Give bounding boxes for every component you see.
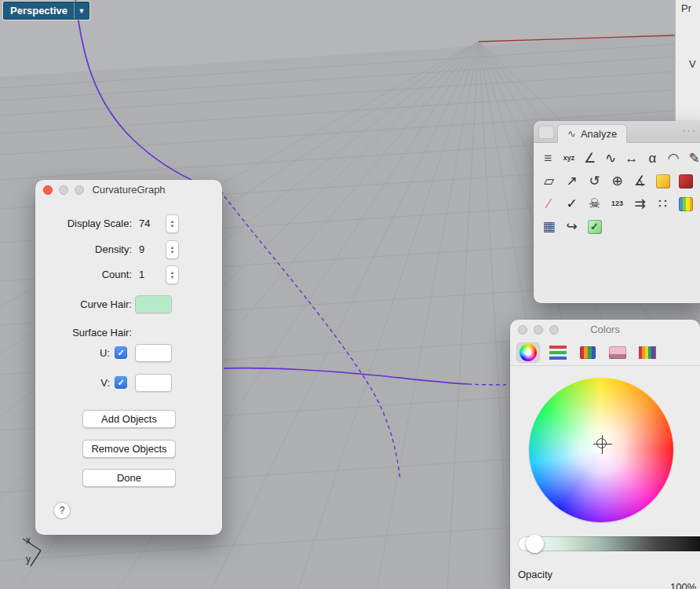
- color-image-icon[interactable]: [606, 342, 629, 363]
- analyze-palette: ∿ Analyze ··· ≡xyz∠∿↔α◠✎▱↗↺⊕∡∕✓☠123⇉∷▦↪✓: [534, 121, 700, 303]
- properties-v-label: V: [689, 58, 696, 70]
- display-scale-label: Display Scale:: [43, 218, 132, 229]
- annotate-pencil-icon[interactable]: ✎: [684, 147, 700, 170]
- point-deviation-icon[interactable]: ∷: [651, 192, 674, 215]
- color-pencils-icon[interactable]: [636, 342, 659, 363]
- evaluate-point-xyz-icon[interactable]: xyz: [559, 147, 580, 170]
- properties-tab-label[interactable]: Pr: [681, 2, 691, 14]
- curvature-graph-icon[interactable]: ∿: [600, 147, 622, 170]
- u-checkbox[interactable]: ✓: [115, 346, 127, 359]
- colors-toolbar: [510, 339, 700, 366]
- color-wheel-cursor[interactable]: [596, 438, 607, 448]
- curve-hair-swatch[interactable]: [135, 295, 172, 313]
- curve-hair-row: Curve Hair:: [43, 295, 214, 313]
- density-row: Density: 9 ▴ ▾: [43, 240, 214, 258]
- analyze-tab-icon: ∿: [567, 128, 576, 140]
- u-row: U: ✓: [43, 344, 214, 361]
- colors-titlebar[interactable]: Colors: [510, 320, 700, 338]
- stepper-down-icon[interactable]: ▾: [171, 250, 174, 254]
- tab-analyze[interactable]: ∿ Analyze: [557, 124, 627, 143]
- help-button[interactable]: ?: [53, 502, 71, 519]
- color-wheel-icon[interactable]: [516, 342, 540, 363]
- analyze-tab-label: Analyze: [581, 128, 617, 140]
- color-sliders-icon[interactable]: [546, 342, 570, 363]
- count-stepper[interactable]: ▴ ▾: [166, 265, 179, 284]
- audit-check-icon[interactable]: ✓: [583, 215, 606, 238]
- traffic-lights: [518, 325, 559, 335]
- display-scale-stepper[interactable]: ▴ ▾: [166, 214, 179, 233]
- bad-objects-icon[interactable]: ☠: [583, 192, 606, 215]
- analyze-titlebar[interactable]: ∿ Analyze ···: [534, 121, 700, 143]
- display-scale-value: 74: [139, 218, 150, 229]
- measure-angle-icon[interactable]: ∠: [579, 147, 600, 170]
- zoom-button[interactable]: [549, 325, 559, 335]
- curve-hair-label: Curve Hair:: [43, 298, 132, 310]
- draft-angle-analysis-icon[interactable]: [674, 170, 697, 192]
- palette-menu-icon[interactable]: ≡: [538, 147, 559, 170]
- fit-plane-icon[interactable]: ▱: [538, 170, 560, 192]
- v-color-swatch[interactable]: [135, 374, 172, 392]
- brightness-slider[interactable]: [518, 536, 700, 551]
- viewport-title-label[interactable]: Perspective: [4, 2, 74, 19]
- dimension-angle-icon[interactable]: ∡: [629, 170, 651, 192]
- u-color-swatch[interactable]: [135, 344, 172, 362]
- measure-length-icon[interactable]: ↔: [622, 147, 643, 170]
- bounding-box-icon[interactable]: ▦: [538, 215, 560, 238]
- density-value: 9: [139, 243, 144, 255]
- close-button[interactable]: [43, 185, 53, 195]
- count-row: Count: 1 ▴ ▾: [43, 265, 214, 283]
- count-objects-icon[interactable]: 123: [606, 192, 629, 215]
- probe-hook-icon[interactable]: ↪: [560, 215, 583, 238]
- density-stepper[interactable]: ▴ ▾: [166, 240, 179, 259]
- remove-objects-button[interactable]: Remove Objects: [82, 440, 176, 458]
- rhino-workspace: x y Perspective ▼ Pr V ∿ Analyze ··· ≡xy…: [0, 0, 700, 589]
- properties-panel-edge[interactable]: Pr V: [675, 0, 700, 123]
- count-value: 1: [139, 269, 144, 280]
- v-label: V:: [43, 377, 110, 389]
- surface-analysis-icon[interactable]: [651, 170, 674, 192]
- traffic-lights: [43, 185, 84, 195]
- curvature-graph-dialog: CurvatureGraph Display Scale: 74 ▴ ▾ Den…: [35, 180, 222, 535]
- brightness-slider-knob[interactable]: [526, 535, 544, 553]
- curve-tangent-icon[interactable]: ↗: [560, 170, 583, 192]
- opacity-value: 100%: [670, 581, 696, 589]
- color-palette-icon[interactable]: [576, 342, 600, 363]
- angle-alpha-icon[interactable]: α: [642, 147, 663, 170]
- axis-x-label: x: [26, 535, 31, 546]
- minimize-button[interactable]: [59, 185, 68, 195]
- histogram-icon[interactable]: [674, 192, 697, 215]
- palette-collapse-stub[interactable]: [538, 126, 554, 139]
- curve-deviation-icon[interactable]: ∕: [538, 192, 560, 215]
- surface-hair-row: Surface Hair:: [43, 326, 214, 338]
- measure-radius-icon[interactable]: ◠: [663, 147, 684, 170]
- viewport-title-button[interactable]: Perspective ▼: [3, 2, 89, 20]
- check-object-icon[interactable]: ✓: [560, 192, 583, 215]
- v-checkbox[interactable]: ✓: [115, 376, 127, 389]
- zoom-button[interactable]: [75, 185, 84, 195]
- curvature-circle-icon[interactable]: ↺: [583, 170, 606, 192]
- count-label: Count:: [43, 269, 132, 280]
- curvature-titlebar[interactable]: CurvatureGraph: [35, 180, 222, 199]
- stepper-down-icon[interactable]: ▾: [171, 275, 174, 280]
- compass-axes-icon[interactable]: ⊕: [606, 170, 629, 192]
- show-direction-icon[interactable]: ⇉: [629, 192, 651, 215]
- density-label: Density:: [43, 243, 132, 255]
- done-button[interactable]: Done: [82, 469, 176, 487]
- colors-panel: Colors Opacity 100%: [510, 320, 700, 589]
- add-objects-button[interactable]: Add Objects: [82, 410, 176, 428]
- palette-overflow-icon[interactable]: ···: [682, 124, 697, 136]
- close-button[interactable]: [518, 325, 527, 335]
- u-label: U:: [43, 347, 110, 359]
- surface-hair-label: Surface Hair:: [43, 327, 132, 338]
- analyze-icon-grid: ≡xyz∠∿↔α◠✎▱↗↺⊕∡∕✓☠123⇉∷▦↪✓: [534, 143, 700, 238]
- stepper-down-icon[interactable]: ▾: [171, 224, 174, 229]
- axis-y-label: y: [26, 554, 31, 565]
- minimize-button[interactable]: [534, 325, 543, 335]
- opacity-label: Opacity: [518, 569, 552, 580]
- chevron-down-icon[interactable]: ▼: [74, 2, 89, 19]
- v-row: V: ✓: [43, 374, 214, 391]
- display-scale-row: Display Scale: 74 ▴ ▾: [43, 214, 214, 232]
